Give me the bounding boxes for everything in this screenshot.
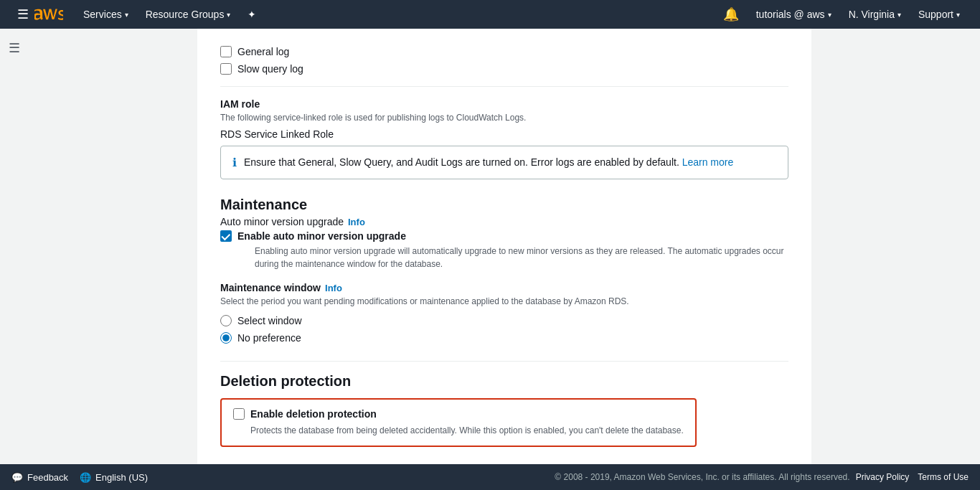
footer-language[interactable]: 🌐 English (US)	[80, 472, 148, 476]
region-menu[interactable]: N. Virginia ▾	[840, 0, 910, 29]
info-circle-icon: ℹ	[232, 156, 237, 169]
deletion-checkbox-row: Enable deletion protection	[233, 408, 684, 420]
footer-right: © 2008 - 2019, Amazon Web Services, Inc.…	[555, 472, 969, 476]
slow-query-log-row: Slow query log	[220, 63, 788, 75]
main-wrapper: General log Slow query log IAM role The …	[0, 29, 980, 476]
no-preference-label: No preference	[237, 332, 301, 344]
general-log-checkbox[interactable]	[220, 46, 232, 57]
terms-of-use-link[interactable]: Terms of Use	[918, 472, 969, 476]
privacy-policy-link[interactable]: Privacy Policy	[856, 472, 910, 476]
footer-left: 💬 Feedback 🌐 English (US)	[11, 472, 148, 476]
footer-copyright: © 2008 - 2019, Amazon Web Services, Inc.…	[555, 472, 849, 476]
slow-query-log-checkbox[interactable]	[220, 63, 232, 75]
notifications-bell[interactable]: 🔔	[715, 6, 748, 22]
deletion-heading: Deletion protection	[220, 373, 788, 390]
feedback-bubble-icon: 💬	[11, 472, 23, 476]
bookmarks-nav[interactable]: ✦	[239, 0, 265, 29]
sidebar-toggle[interactable]: ☰	[0, 29, 29, 56]
footer-feedback[interactable]: 💬 Feedback	[11, 472, 68, 476]
auto-minor-label-row: Auto minor version upgrade Info	[220, 216, 788, 227]
auto-minor-info-link[interactable]: Info	[348, 217, 365, 227]
star-icon: ✦	[248, 9, 256, 20]
window-info-link[interactable]: Info	[325, 283, 342, 293]
window-label-row: Maintenance window Info	[220, 282, 788, 293]
deletion-protection-checkbox[interactable]	[233, 408, 245, 420]
deletion-protection-box: Enable deletion protection Protects the …	[220, 398, 697, 447]
sidebar-icon[interactable]: ☰	[9, 40, 20, 56]
enable-auto-minor-label: Enable auto minor version upgrade	[237, 230, 406, 242]
top-navigation: ☰ Services ▾ Resource Groups ▾ ✦ 🔔 tutor…	[0, 0, 980, 29]
services-nav[interactable]: Services ▾	[75, 0, 137, 29]
no-preference-radio[interactable]	[220, 332, 232, 344]
enable-auto-minor-checkbox[interactable]	[220, 230, 232, 242]
slow-query-log-label: Slow query log	[237, 63, 303, 75]
iam-info-box: ℹ Ensure that General, Slow Query, and A…	[220, 146, 788, 179]
log-options: General log Slow query log	[220, 46, 788, 75]
maintenance-heading: Maintenance	[220, 197, 788, 213]
window-subtitle: Select the period you want pending modif…	[220, 296, 788, 306]
maintenance-section: Maintenance Auto minor version upgrade I…	[220, 197, 788, 344]
hamburger-menu[interactable]: ☰	[11, 0, 34, 29]
iam-role-subtitle: The following service-linked role is use…	[220, 113, 788, 123]
no-preference-row: No preference	[220, 332, 788, 344]
region-chevron-icon: ▾	[897, 11, 901, 19]
select-window-radio[interactable]	[220, 315, 232, 326]
general-log-label: General log	[237, 46, 289, 57]
iam-role-section: IAM role The following service-linked ro…	[220, 98, 788, 179]
auto-minor-label: Auto minor version upgrade	[220, 216, 344, 227]
services-chevron-icon: ▾	[125, 11, 128, 19]
maintenance-window-section: Maintenance window Info Select the perio…	[220, 282, 788, 344]
user-menu[interactable]: tutorials @ aws ▾	[748, 0, 840, 29]
select-window-label: Select window	[237, 315, 302, 326]
resource-groups-chevron-icon: ▾	[227, 11, 230, 19]
deletion-description: Protects the database from being deleted…	[250, 424, 684, 437]
content-panel: General log Slow query log IAM role The …	[197, 29, 811, 476]
nav-right: 🔔 tutorials @ aws ▾ N. Virginia ▾ Suppor…	[715, 0, 969, 29]
globe-icon: 🌐	[80, 472, 91, 476]
resource-groups-nav[interactable]: Resource Groups ▾	[137, 0, 240, 29]
footer-links: Privacy Policy Terms of Use	[856, 472, 969, 476]
deletion-protection-label: Enable deletion protection	[250, 408, 377, 420]
learn-more-link[interactable]: Learn more	[682, 156, 734, 168]
aws-logo	[34, 6, 63, 23]
select-window-row: Select window	[220, 315, 788, 326]
general-log-row: General log	[220, 46, 788, 57]
deletion-section: Deletion protection Enable deletion prot…	[220, 373, 788, 447]
enable-auto-minor-description: Enabling auto minor version upgrade will…	[255, 245, 788, 270]
iam-info-text: Ensure that General, Slow Query, and Aud…	[244, 155, 733, 170]
iam-role-title: IAM role	[220, 98, 788, 110]
nav-items: Services ▾ Resource Groups ▾ ✦	[75, 0, 715, 29]
user-chevron-icon: ▾	[828, 11, 831, 19]
support-menu[interactable]: Support ▾	[910, 0, 969, 29]
enable-auto-minor-row: Enable auto minor version upgrade Enabli…	[220, 230, 788, 270]
window-label: Maintenance window	[220, 282, 321, 293]
support-chevron-icon: ▾	[956, 11, 960, 19]
footer: 💬 Feedback 🌐 English (US) © 2008 - 2019,…	[0, 464, 980, 476]
iam-role-name: RDS Service Linked Role	[220, 128, 788, 140]
